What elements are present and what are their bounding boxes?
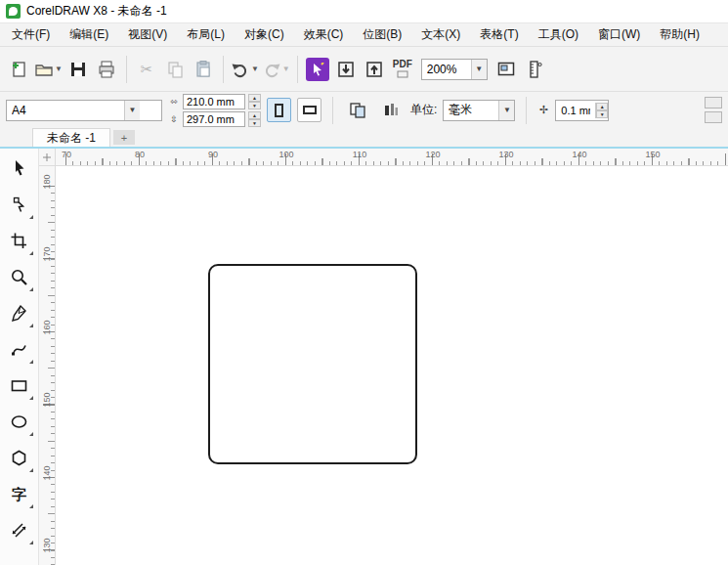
show-rulers-button[interactable]	[521, 54, 548, 85]
zoom-level-combo[interactable]: ▼	[421, 59, 488, 80]
document-tab-bar: 未命名 -1 +	[0, 128, 728, 149]
undo-button[interactable]: ▼	[230, 54, 260, 85]
menu-tools[interactable]: 工具(O)	[529, 22, 588, 47]
menu-view[interactable]: 视图(V)	[118, 22, 177, 47]
nudge-distance-icon: ✢	[537, 104, 549, 116]
zoom-dropdown-caret-icon[interactable]: ▼	[471, 60, 487, 79]
page-width-input[interactable]	[183, 94, 245, 109]
menu-layout[interactable]: 布局(L)	[177, 22, 235, 47]
paste-button[interactable]	[190, 54, 217, 85]
propbar-separator	[526, 97, 527, 124]
menu-table[interactable]: 表格(T)	[470, 22, 528, 47]
page-size-preset-input[interactable]	[7, 104, 124, 117]
page-height-input[interactable]	[183, 111, 245, 127]
page-width-stepper[interactable]: ▲▼	[248, 94, 261, 109]
add-page-button[interactable]: +	[113, 130, 135, 145]
preset-dropdown-caret-icon[interactable]: ▼	[124, 101, 140, 120]
new-document-button[interactable]	[5, 54, 32, 85]
pick-tool[interactable]	[3, 151, 36, 187]
flyout-indicator-icon	[29, 360, 33, 364]
hruler-label: 130	[497, 150, 515, 159]
units-input[interactable]	[444, 104, 498, 117]
document-tab[interactable]: 未命名 -1	[32, 128, 110, 147]
flyout-indicator-icon	[29, 251, 33, 255]
save-icon	[68, 60, 88, 79]
ruler-row: 70 80 90 100 110 120 130 140 150	[39, 149, 728, 166]
horizontal-ruler[interactable]: 70 80 90 100 110 120 130 140 150	[56, 149, 728, 166]
portrait-icon	[275, 104, 283, 117]
ellipse-tool-icon	[10, 413, 28, 431]
freehand-tool-icon	[10, 304, 28, 323]
hruler-label: 150	[644, 150, 662, 159]
cut-button[interactable]: ✂	[133, 54, 160, 85]
menu-file[interactable]: 文件(F)	[2, 22, 60, 47]
ruler-origin-icon	[42, 152, 52, 162]
vertical-ruler[interactable]: 180 170 160 150 140 130	[39, 166, 56, 565]
save-button[interactable]	[64, 54, 92, 85]
ellipse-tool[interactable]	[3, 404, 36, 440]
all-pages-button[interactable]	[344, 95, 371, 126]
rounded-rectangle-shape[interactable]	[208, 264, 417, 464]
menu-effects[interactable]: 效果(C)	[294, 22, 354, 47]
duplicate-distance-controls[interactable]	[705, 97, 722, 123]
zoom-tool[interactable]	[3, 259, 36, 295]
flyout-indicator-icon	[29, 432, 33, 436]
nudge-stepper[interactable]: ▲▼	[595, 103, 608, 118]
current-page-button[interactable]	[377, 95, 405, 126]
page-height-stepper[interactable]: ▲▼	[248, 111, 261, 127]
print-button[interactable]	[93, 54, 120, 85]
nudge-distance-input[interactable]	[556, 105, 595, 116]
fullscreen-preview-icon	[496, 60, 516, 79]
ruler-origin-corner[interactable]	[39, 149, 56, 166]
open-document-button[interactable]: ▼	[33, 54, 64, 85]
cut-icon: ✂	[141, 61, 153, 78]
menu-bitmaps[interactable]: 位图(B)	[353, 22, 411, 47]
menu-object[interactable]: 对象(C)	[235, 22, 294, 47]
portrait-orientation-button[interactable]	[267, 98, 291, 122]
zoom-level-input[interactable]	[422, 63, 471, 76]
hruler-label: 140	[571, 150, 588, 159]
canvas-row: 180 170 160 150 140 130	[39, 166, 728, 565]
text-tool[interactable]: 字	[3, 476, 36, 512]
vruler-label: 180	[42, 172, 52, 192]
units-dropdown-caret-icon[interactable]: ▼	[498, 101, 514, 120]
menu-edit[interactable]: 编辑(E)	[60, 22, 118, 47]
redo-dropdown-caret-icon[interactable]: ▼	[282, 65, 290, 73]
property-bar: ▼ ⬄ ▲▼ ⇳ ▲▼ 单位:	[0, 91, 728, 128]
units-combo[interactable]: ▼	[443, 100, 515, 121]
shape-tool[interactable]	[3, 187, 36, 223]
publish-pdf-button[interactable]: PDF	[389, 54, 416, 85]
document-tab-label: 未命名 -1	[47, 130, 96, 147]
import-button[interactable]	[332, 54, 360, 85]
parallel-dimension-tool[interactable]	[3, 512, 36, 548]
menu-window[interactable]: 窗口(W)	[588, 22, 650, 47]
nudge-distance-combo[interactable]: ▲▼	[555, 100, 609, 121]
vruler-label: 170	[42, 244, 52, 264]
all-pages-icon	[348, 101, 367, 120]
curve-tool-icon	[10, 340, 28, 359]
crop-tool[interactable]	[3, 223, 36, 259]
polygon-tool[interactable]	[3, 440, 36, 476]
hruler-label: 70	[58, 150, 75, 159]
search-content-button[interactable]	[304, 54, 331, 85]
propbar-separator	[332, 97, 333, 124]
export-button[interactable]	[361, 54, 388, 85]
toolbar-separator	[126, 56, 127, 83]
landscape-orientation-button[interactable]	[297, 98, 321, 122]
menu-text[interactable]: 文本(X)	[411, 22, 470, 47]
hruler-label: 90	[204, 150, 222, 159]
open-dropdown-caret-icon[interactable]: ▼	[55, 65, 63, 73]
fullscreen-preview-button[interactable]	[492, 54, 520, 85]
undo-dropdown-caret-icon[interactable]: ▼	[251, 65, 259, 73]
vruler-label: 150	[42, 390, 52, 410]
redo-button[interactable]: ▼	[261, 54, 291, 85]
page-size-preset-combo[interactable]: ▼	[6, 100, 162, 121]
freehand-tool[interactable]	[3, 295, 36, 331]
curve-tool[interactable]	[3, 331, 36, 368]
rectangle-tool[interactable]	[3, 368, 36, 404]
menu-help[interactable]: 帮助(H)	[650, 22, 709, 47]
search-content-icon	[306, 58, 329, 81]
drawing-canvas[interactable]	[56, 166, 728, 565]
page-dimensions: ⬄ ▲▼ ⇳ ▲▼	[168, 94, 261, 127]
copy-button[interactable]	[161, 54, 189, 85]
